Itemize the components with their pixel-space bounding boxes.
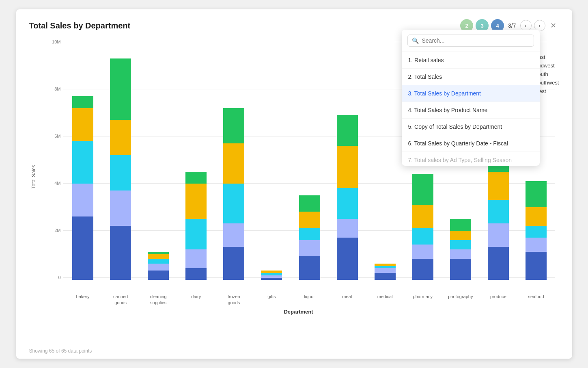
bar-segment-west [337, 238, 358, 280]
dropdown-item[interactable]: 7. Total sales by Ad Type, Selling Seaso… [402, 152, 540, 166]
bar-segment-east [526, 181, 547, 207]
bar-segment-southwest [412, 245, 433, 259]
x-label: bakery [64, 294, 102, 305]
bar-segment-west [261, 278, 282, 280]
bar-segment-southwest [526, 238, 547, 252]
bar-group [64, 39, 102, 280]
bar-segment-west [72, 216, 93, 280]
bar-segment-midwest [337, 146, 358, 188]
search-input[interactable] [422, 37, 530, 44]
bar-segment-southwest [185, 249, 207, 268]
bar-segment-south [110, 155, 131, 190]
bar-segment-south [185, 219, 207, 249]
x-label: pharmacy [404, 294, 442, 305]
bar-segment-midwest [526, 207, 547, 226]
bar-segment-south [223, 184, 244, 224]
search-icon: 🔍 [412, 37, 419, 44]
bar-segment-east [110, 58, 131, 120]
dropdown-item[interactable]: 4. Total Sales by Product Name [402, 102, 540, 119]
bar-group [328, 39, 366, 280]
bar-segment-west [110, 226, 131, 280]
y-tick-label: 6M [46, 134, 61, 139]
nav-close-button[interactable]: ✕ [548, 20, 559, 31]
x-label: produce [479, 294, 517, 305]
x-axis-area: bakerycanned goodscleaning suppliesdairy… [64, 294, 555, 305]
bar-segment-west [488, 247, 509, 280]
bar-segment-midwest [488, 172, 509, 200]
bar-segment-midwest [299, 212, 320, 228]
bar-segment-east [72, 96, 93, 108]
bar-segment-midwest [450, 231, 471, 240]
chart-selector-dropdown: 🔍 1. Retail sales2. Total Sales3. Total … [402, 30, 540, 166]
y-tick-label: 0 [46, 275, 61, 280]
bar-segment-southwest [148, 264, 169, 271]
y-axis-label: Total Sales [29, 165, 38, 189]
bar-segment-west [526, 252, 547, 280]
bar-group [366, 39, 404, 280]
bar-segment-east [185, 172, 207, 184]
bar-segment-midwest [110, 120, 131, 155]
bar-segment-west [450, 259, 471, 280]
bar-segment-east [450, 219, 471, 231]
bar-group [102, 39, 140, 280]
y-tick-label: 10M [46, 39, 61, 44]
x-label: gifts [253, 294, 291, 305]
bar-segment-midwest [412, 205, 433, 228]
dropdown-search-area: 🔍 [402, 30, 540, 52]
bar-segment-west [299, 256, 320, 280]
bar-segment-midwest [72, 108, 93, 141]
nav-counter: 3/7 [508, 22, 516, 29]
bar-segment-southwest [337, 219, 358, 238]
x-label: frozen goods [215, 294, 253, 305]
x-label: cleaning supplies [140, 294, 177, 305]
bar-segment-west [223, 247, 244, 280]
bar-segment-south [337, 188, 358, 219]
bar-segment-south [488, 200, 509, 223]
bar-group [215, 39, 253, 280]
dropdown-item[interactable]: 6. Total Sales by Quarterly Date - Fisca… [402, 135, 540, 152]
bar-group [253, 39, 291, 280]
x-label: liquor [291, 294, 328, 305]
x-label: dairy [177, 294, 215, 305]
x-label: canned goods [102, 294, 140, 305]
bar-segment-southwest [488, 223, 509, 247]
bar-segment-west [412, 259, 433, 280]
dropdown-item[interactable]: 1. Retail sales [402, 52, 540, 69]
x-label: medical [366, 294, 404, 305]
bar-segment-south [526, 226, 547, 238]
bar-segment-midwest [148, 254, 169, 259]
bar-segment-southwest [299, 240, 320, 257]
bar-segment-southwest [72, 184, 93, 216]
bar-group [140, 39, 177, 280]
dropdown-item[interactable]: 3. Total Sales by Department [402, 85, 540, 102]
bar-segment-west [375, 273, 396, 280]
bar-segment-southwest [450, 249, 471, 259]
bar-segment-southwest [223, 223, 244, 247]
bar-segment-south [412, 228, 433, 245]
bar-group [177, 39, 215, 280]
x-label: photography [442, 294, 479, 305]
y-tick-label: 4M [46, 181, 61, 186]
bar-segment-southwest [110, 190, 131, 226]
x-axis-title: Department [38, 309, 559, 315]
page-title: Total Sales by Department [29, 21, 131, 30]
dropdown-item[interactable]: 5. Copy of Total Sales by Department [402, 119, 540, 135]
bar-segment-west [185, 268, 207, 280]
bar-segment-east [223, 108, 244, 143]
bar-segment-south [299, 228, 320, 240]
bar-segment-east [412, 174, 433, 204]
bar-segment-midwest [223, 143, 244, 184]
bar-segment-south [148, 259, 169, 264]
chart-container: Total Sales by Department 2 3 4 3/7 ‹ › … [16, 9, 572, 359]
bar-segment-south [72, 141, 93, 183]
bar-segment-west [148, 271, 169, 280]
dropdown-list: 1. Retail sales2. Total Sales3. Total Sa… [402, 52, 540, 166]
bar-segment-east [337, 115, 358, 145]
dropdown-item[interactable]: 2. Total Sales [402, 69, 540, 85]
bar-segment-midwest [185, 184, 207, 219]
y-tick-label: 2M [46, 228, 61, 233]
bar-segment-east [299, 195, 320, 212]
search-input-wrapper: 🔍 [407, 35, 534, 47]
bar-segment-south [450, 240, 471, 249]
x-label: seafood [517, 294, 555, 305]
